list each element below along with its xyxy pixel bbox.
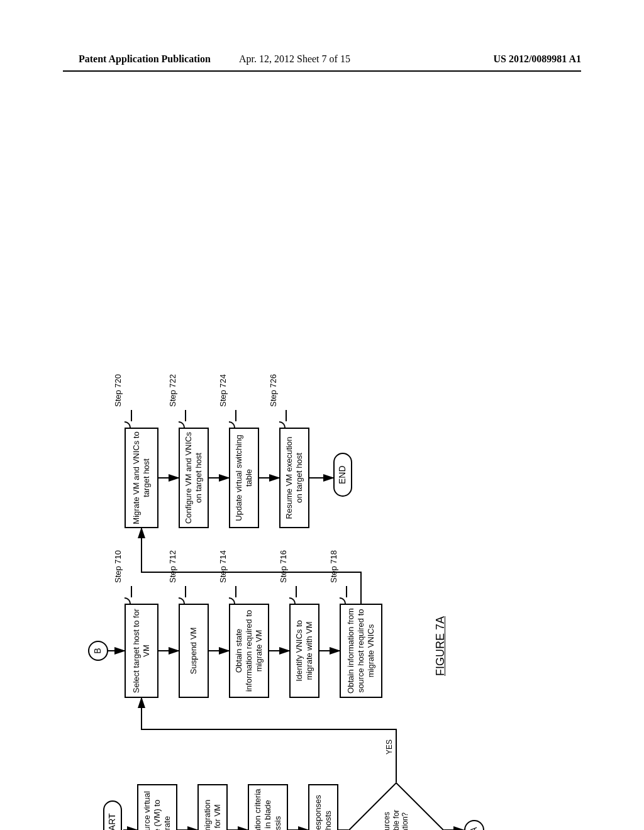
step-724-label: Step 724 [218, 374, 228, 407]
step-722-label: Step 722 [168, 374, 177, 407]
step-714-label: Step 714 [218, 550, 228, 583]
step-720-box: Migrate VM and VNICs to target host [125, 428, 158, 528]
step-720-label: Step 720 [113, 374, 123, 407]
decision-text: Resources available for migration? [362, 796, 430, 830]
step-726-box: Resume VM execution on target host [279, 428, 309, 528]
step-726-label: Step 726 [269, 374, 278, 407]
connector-hook [229, 421, 235, 428]
step-706-box: Receive responses from hosts [308, 784, 338, 830]
edge-yes: YES [385, 739, 394, 755]
end-terminator: END [333, 453, 352, 497]
connector-hook [125, 421, 131, 428]
connector-tick [185, 410, 186, 421]
header-rule [63, 70, 581, 72]
connector-hook [179, 597, 185, 604]
connector-tick [346, 586, 347, 597]
step-722-box: Configure VM and VNICs on target host [179, 428, 209, 528]
connector-hook [125, 597, 131, 604]
step-712-box: Suspend VM [179, 604, 209, 698]
step-700-box: Identify source virtual machine (VM) to … [137, 784, 177, 830]
connector-hook [279, 421, 286, 428]
step-724-box: Update virtual switching table [229, 428, 259, 528]
step-716-label: Step 716 [279, 550, 288, 583]
decision-708: Resources available for migration? [362, 796, 430, 830]
connector-tick [185, 586, 186, 597]
connector-tick [235, 410, 236, 421]
pub-title: Patent Application Publication [79, 53, 211, 65]
figure-label: FIGURE 7A [434, 616, 447, 676]
connector-tick [131, 586, 132, 597]
step-718-label: Step 718 [329, 550, 338, 583]
connector-tick [296, 586, 297, 597]
sheet-info: Apr. 12, 2012 Sheet 7 of 15 [239, 53, 350, 65]
flowchart-rotated: START Identify source virtual machine (V… [82, 352, 560, 830]
step-712-label: Step 712 [168, 550, 177, 583]
connector-tick [131, 410, 132, 421]
connector-b: B [88, 641, 108, 661]
step-702-box: Obtain migration criteria for VM [197, 784, 228, 830]
step-718-box: Obtain information from source host requ… [340, 604, 382, 698]
pub-number: US 2012/0089981 A1 [493, 53, 581, 65]
start-terminator: START [103, 800, 122, 830]
arrow-layer [82, 352, 560, 830]
connector-tick [286, 410, 287, 421]
step-710-box: Select target host to for VM [125, 604, 158, 698]
flowchart-container: START Identify source virtual machine (V… [82, 113, 560, 692]
connector-hook [229, 597, 235, 604]
connector-a: A [464, 820, 484, 830]
connector-hook [340, 597, 346, 604]
connector-hook [179, 421, 185, 428]
step-714-box: Obtain state information required to mig… [229, 604, 269, 698]
step-716-box: Identify VNICs to migrate with VM [289, 604, 319, 698]
connector-hook [289, 597, 296, 604]
step-710-label: Step 710 [113, 550, 123, 583]
step-704-box: Send migration criteria to hosts in blad… [248, 784, 288, 830]
connector-tick [235, 586, 236, 597]
